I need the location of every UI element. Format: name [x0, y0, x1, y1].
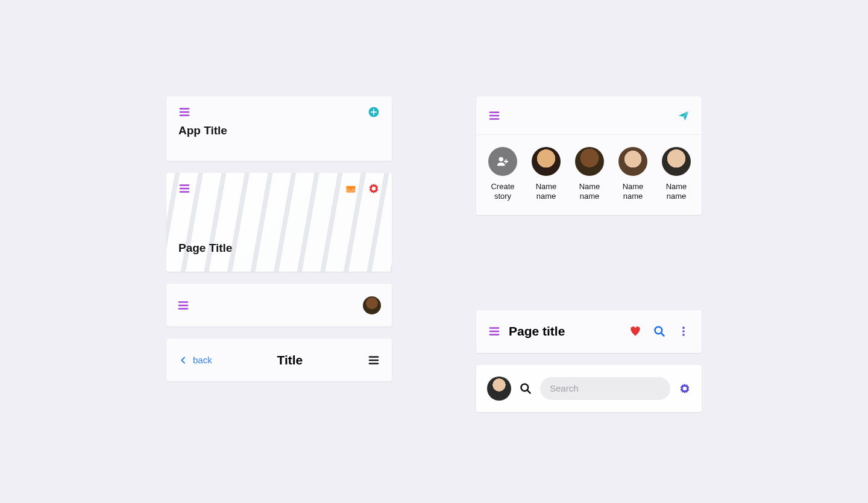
svg-rect-5 [371, 111, 377, 113]
menu-icon[interactable] [488, 325, 500, 337]
svg-point-32 [684, 387, 687, 390]
heart-icon[interactable] [629, 325, 641, 337]
avatar [575, 147, 604, 176]
search-placeholder: Search [550, 383, 579, 393]
svg-rect-6 [180, 184, 190, 186]
search-icon[interactable] [520, 383, 532, 395]
header-card-avatar [166, 284, 392, 326]
page-title: Page Title [166, 195, 392, 266]
back-button[interactable]: back [178, 355, 212, 365]
inbox-icon[interactable] [345, 183, 357, 195]
avatar [618, 147, 647, 176]
app-title: App Title [166, 118, 392, 148]
svg-rect-0 [180, 108, 190, 110]
svg-rect-13 [369, 356, 379, 358]
svg-point-27 [682, 326, 685, 329]
menu-icon[interactable] [368, 354, 380, 366]
avatar[interactable] [363, 296, 381, 314]
svg-point-9 [373, 187, 376, 190]
svg-rect-21 [504, 161, 508, 162]
svg-rect-23 [489, 331, 500, 333]
svg-point-28 [682, 330, 685, 333]
page-title: Page title [509, 324, 565, 339]
svg-rect-24 [489, 334, 500, 336]
avatar[interactable] [487, 376, 511, 401]
svg-rect-10 [178, 301, 189, 303]
story-label: Name name [666, 182, 687, 202]
svg-rect-14 [369, 359, 379, 361]
svg-rect-1 [180, 111, 190, 113]
svg-point-29 [682, 334, 685, 336]
svg-rect-8 [180, 191, 190, 193]
header-card-back-title: back Title [166, 339, 392, 381]
svg-rect-11 [178, 304, 189, 306]
header-card-search: Search [476, 365, 702, 412]
story-item[interactable]: Name name [662, 147, 691, 202]
more-vertical-icon[interactable] [678, 325, 690, 337]
svg-rect-12 [178, 308, 189, 310]
header-card-app-title: App Title [166, 96, 392, 161]
back-label: back [193, 355, 212, 365]
center-title: Title [277, 353, 303, 367]
story-label: Name name [623, 182, 644, 202]
svg-point-25 [655, 327, 662, 334]
svg-rect-7 [180, 188, 190, 190]
user-plus-icon [488, 147, 517, 176]
create-story-button[interactable]: Create story [488, 147, 517, 202]
gear-icon[interactable] [679, 383, 691, 395]
svg-line-26 [661, 333, 664, 336]
search-icon[interactable] [653, 325, 665, 337]
story-item[interactable]: Name name [575, 147, 604, 202]
svg-rect-16 [489, 111, 500, 113]
send-icon[interactable] [678, 110, 690, 122]
story-label: Create story [491, 182, 514, 202]
svg-point-30 [521, 384, 529, 391]
story-label: Name name [579, 182, 600, 202]
story-label: Name name [536, 182, 557, 202]
menu-icon[interactable] [178, 106, 190, 118]
gear-icon[interactable] [368, 183, 380, 195]
menu-icon[interactable] [488, 110, 500, 122]
svg-rect-18 [489, 118, 500, 120]
story-item[interactable]: Name name [618, 147, 647, 202]
avatar [532, 147, 561, 176]
menu-icon[interactable] [177, 299, 189, 311]
svg-rect-22 [489, 327, 500, 329]
menu-icon[interactable] [178, 183, 190, 195]
avatar [662, 147, 691, 176]
svg-rect-15 [369, 363, 379, 364]
header-card-page-title-actions: Page title [476, 310, 702, 353]
svg-rect-2 [180, 114, 190, 116]
search-input[interactable]: Search [540, 377, 670, 400]
svg-line-31 [527, 390, 530, 393]
story-item[interactable]: Name name [532, 147, 561, 202]
svg-rect-17 [489, 114, 500, 116]
header-card-stories: Create story Name name Name name Name na… [476, 96, 702, 215]
svg-point-19 [499, 157, 503, 161]
add-icon[interactable] [368, 106, 380, 118]
header-card-page-title-image: Page Title [166, 173, 392, 272]
